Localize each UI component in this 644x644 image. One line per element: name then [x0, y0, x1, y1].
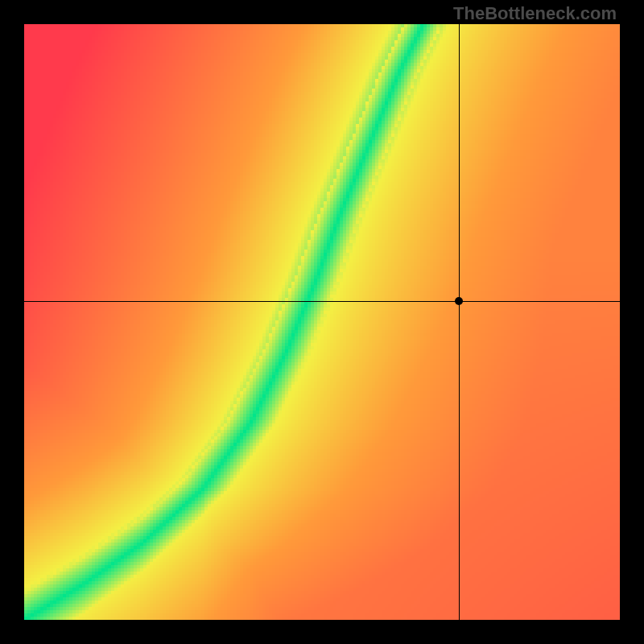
crosshair-horizontal: [24, 301, 620, 302]
chart-container: TheBottleneck.com: [0, 0, 644, 644]
heatmap-canvas: [24, 24, 620, 620]
watermark-text: TheBottleneck.com: [453, 3, 617, 24]
crosshair-vertical: [459, 24, 460, 620]
selection-marker: [455, 297, 463, 305]
plot-area: [24, 24, 620, 620]
